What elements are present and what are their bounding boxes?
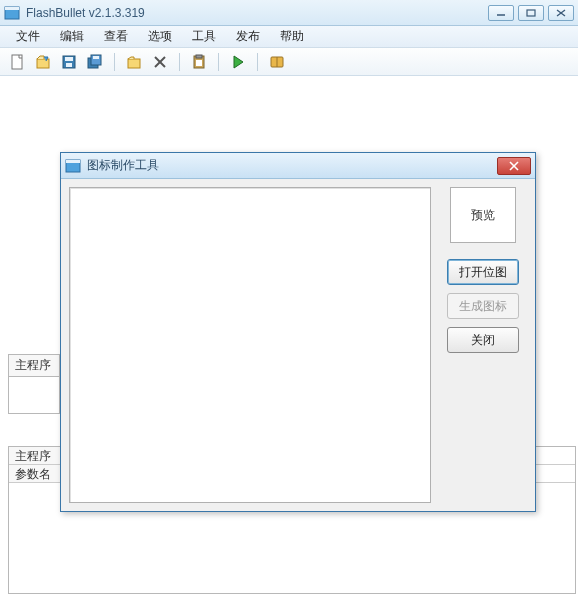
maximize-button[interactable] xyxy=(518,5,544,21)
bitmap-canvas xyxy=(69,187,431,503)
preview-label: 预览 xyxy=(471,207,495,224)
toolbar-separator xyxy=(179,53,180,71)
main-titlebar: FlashBullet v2.1.3.319 xyxy=(0,0,578,26)
toolbar-new[interactable] xyxy=(6,51,28,73)
close-dialog-button[interactable]: 关闭 xyxy=(447,327,519,353)
app-icon xyxy=(4,5,20,21)
svg-marker-20 xyxy=(234,56,243,68)
icon-maker-dialog: 图标制作工具 预览 打开位图 生成图标 关闭 xyxy=(60,152,536,512)
toolbar-paste[interactable] xyxy=(188,51,210,73)
menu-publish[interactable]: 发布 xyxy=(226,26,270,47)
dialog-title: 图标制作工具 xyxy=(87,157,497,174)
menubar: 文件 编辑 查看 选项 工具 发布 帮助 xyxy=(0,26,578,48)
menu-tools[interactable]: 工具 xyxy=(182,26,226,47)
menu-view[interactable]: 查看 xyxy=(94,26,138,47)
svg-rect-18 xyxy=(196,55,202,58)
panel-main-program-label: 主程序 xyxy=(8,354,60,377)
svg-rect-24 xyxy=(66,160,80,163)
generate-icon-button: 生成图标 xyxy=(447,293,519,319)
svg-rect-9 xyxy=(65,57,73,61)
toolbar-save[interactable] xyxy=(58,51,80,73)
svg-rect-3 xyxy=(527,10,535,16)
svg-rect-13 xyxy=(93,56,99,59)
toolbar-run[interactable] xyxy=(227,51,249,73)
dialog-side-controls: 预览 打开位图 生成图标 关闭 xyxy=(439,187,527,503)
svg-rect-1 xyxy=(5,7,19,10)
app-title: FlashBullet v2.1.3.319 xyxy=(26,6,484,20)
panel-main-program: 主程序 xyxy=(8,354,60,414)
dialog-icon xyxy=(65,158,81,174)
dialog-close-button[interactable] xyxy=(497,157,531,175)
dialog-body: 预览 打开位图 生成图标 关闭 xyxy=(61,179,535,511)
menu-file[interactable]: 文件 xyxy=(6,26,50,47)
svg-rect-6 xyxy=(12,55,22,69)
toolbar-folder[interactable] xyxy=(123,51,145,73)
open-bitmap-button[interactable]: 打开位图 xyxy=(447,259,519,285)
toolbar-open[interactable] xyxy=(32,51,54,73)
toolbar-save-all[interactable] xyxy=(84,51,106,73)
toolbar-separator xyxy=(257,53,258,71)
svg-rect-7 xyxy=(37,59,49,68)
toolbar xyxy=(0,48,578,76)
toolbar-delete[interactable] xyxy=(149,51,171,73)
menu-edit[interactable]: 编辑 xyxy=(50,26,94,47)
menu-help[interactable]: 帮助 xyxy=(270,26,314,47)
dialog-titlebar[interactable]: 图标制作工具 xyxy=(61,153,535,179)
panel-main-program-entry-label: 主程序启 xyxy=(9,447,61,464)
panel-param-name-label: 参数名 xyxy=(9,465,61,482)
svg-rect-10 xyxy=(66,63,72,67)
svg-rect-19 xyxy=(196,60,202,66)
toolbar-separator xyxy=(114,53,115,71)
preview-thumbnail: 预览 xyxy=(450,187,516,243)
svg-rect-14 xyxy=(128,59,140,68)
toolbar-separator xyxy=(218,53,219,71)
toolbar-book[interactable] xyxy=(266,51,288,73)
minimize-button[interactable] xyxy=(488,5,514,21)
close-button[interactable] xyxy=(548,5,574,21)
menu-options[interactable]: 选项 xyxy=(138,26,182,47)
